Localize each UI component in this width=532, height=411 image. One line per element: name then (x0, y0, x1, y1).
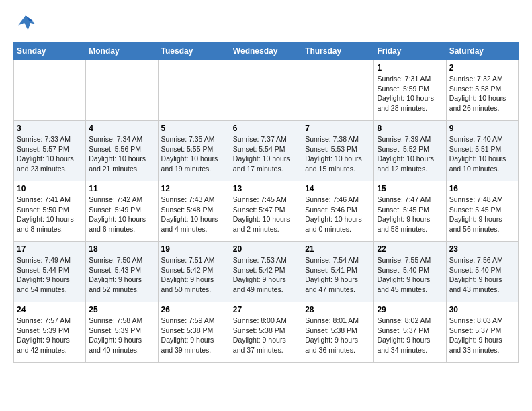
day-number: 28 (305, 305, 371, 314)
calendar-cell: 29Sunrise: 8:02 AM Sunset: 5:37 PM Dayli… (374, 302, 446, 363)
day-number: 5 (161, 124, 227, 133)
day-number: 6 (233, 124, 299, 133)
day-number: 17 (17, 244, 83, 254)
day-info: Sunrise: 7:41 AM Sunset: 5:50 PM Dayligh… (17, 195, 83, 234)
day-info: Sunrise: 7:34 AM Sunset: 5:56 PM Dayligh… (89, 134, 154, 174)
day-number: 23 (449, 244, 515, 254)
day-number: 12 (161, 184, 227, 193)
calendar-header-wednesday: Wednesday (230, 42, 302, 60)
calendar-cell: 30Sunrise: 8:03 AM Sunset: 5:37 PM Dayli… (446, 302, 518, 363)
day-number: 22 (377, 244, 443, 254)
calendar-table: SundayMondayTuesdayWednesdayThursdayFrid… (13, 42, 519, 363)
calendar-header-friday: Friday (374, 42, 446, 60)
day-info: Sunrise: 8:01 AM Sunset: 5:38 PM Dayligh… (305, 316, 371, 355)
day-number: 20 (233, 244, 299, 254)
calendar-cell: 23Sunrise: 7:56 AM Sunset: 5:40 PM Dayli… (446, 242, 518, 302)
day-number: 19 (161, 244, 227, 254)
calendar-cell (302, 60, 374, 121)
day-info: Sunrise: 7:32 AM Sunset: 5:58 PM Dayligh… (449, 74, 515, 113)
calendar-header-tuesday: Tuesday (158, 42, 230, 60)
calendar-cell (230, 60, 302, 121)
day-info: Sunrise: 7:57 AM Sunset: 5:39 PM Dayligh… (17, 316, 83, 355)
calendar-cell: 3Sunrise: 7:33 AM Sunset: 5:57 PM Daylig… (14, 121, 86, 181)
day-info: Sunrise: 7:51 AM Sunset: 5:42 PM Dayligh… (161, 255, 227, 295)
calendar-cell: 13Sunrise: 7:45 AM Sunset: 5:47 PM Dayli… (230, 181, 302, 242)
day-number: 27 (233, 305, 299, 314)
calendar-week-row: 10Sunrise: 7:41 AM Sunset: 5:50 PM Dayli… (14, 181, 519, 242)
day-number: 13 (233, 184, 299, 193)
day-number: 16 (449, 184, 515, 193)
day-info: Sunrise: 7:56 AM Sunset: 5:40 PM Dayligh… (449, 255, 515, 295)
day-info: Sunrise: 7:53 AM Sunset: 5:42 PM Dayligh… (233, 255, 299, 295)
calendar-cell: 22Sunrise: 7:55 AM Sunset: 5:40 PM Dayli… (374, 242, 446, 302)
calendar-week-row: 17Sunrise: 7:49 AM Sunset: 5:44 PM Dayli… (14, 242, 519, 302)
calendar-cell (158, 60, 230, 121)
calendar-cell: 15Sunrise: 7:47 AM Sunset: 5:45 PM Dayli… (374, 181, 446, 242)
logo-bird-icon (13, 11, 38, 35)
day-info: Sunrise: 8:00 AM Sunset: 5:38 PM Dayligh… (233, 316, 299, 355)
calendar-cell: 11Sunrise: 7:42 AM Sunset: 5:49 PM Dayli… (86, 181, 158, 242)
calendar-cell: 8Sunrise: 7:39 AM Sunset: 5:52 PM Daylig… (374, 121, 446, 181)
day-info: Sunrise: 8:03 AM Sunset: 5:37 PM Dayligh… (449, 316, 515, 355)
calendar-cell: 5Sunrise: 7:35 AM Sunset: 5:55 PM Daylig… (158, 121, 230, 181)
day-number: 4 (89, 124, 154, 133)
day-info: Sunrise: 7:37 AM Sunset: 5:54 PM Dayligh… (233, 134, 299, 174)
calendar-cell: 21Sunrise: 7:54 AM Sunset: 5:41 PM Dayli… (302, 242, 374, 302)
day-info: Sunrise: 7:33 AM Sunset: 5:57 PM Dayligh… (17, 134, 83, 174)
day-number: 10 (17, 184, 83, 193)
calendar-cell: 7Sunrise: 7:38 AM Sunset: 5:53 PM Daylig… (302, 121, 374, 181)
day-number: 24 (17, 305, 83, 314)
day-info: Sunrise: 7:50 AM Sunset: 5:43 PM Dayligh… (89, 255, 154, 295)
day-info: Sunrise: 7:35 AM Sunset: 5:55 PM Dayligh… (161, 134, 227, 174)
day-number: 25 (89, 305, 154, 314)
day-number: 15 (377, 184, 443, 193)
logo (13, 11, 42, 35)
calendar-cell: 28Sunrise: 8:01 AM Sunset: 5:38 PM Dayli… (302, 302, 374, 363)
page: SundayMondayTuesdayWednesdayThursdayFrid… (0, 0, 532, 373)
calendar-cell: 1Sunrise: 7:31 AM Sunset: 5:59 PM Daylig… (374, 60, 446, 121)
day-info: Sunrise: 7:45 AM Sunset: 5:47 PM Dayligh… (233, 195, 299, 234)
header (13, 11, 519, 35)
calendar-cell: 12Sunrise: 7:43 AM Sunset: 5:48 PM Dayli… (158, 181, 230, 242)
day-info: Sunrise: 7:40 AM Sunset: 5:51 PM Dayligh… (449, 134, 515, 174)
calendar-cell: 14Sunrise: 7:46 AM Sunset: 5:46 PM Dayli… (302, 181, 374, 242)
day-number: 21 (305, 244, 371, 254)
day-info: Sunrise: 7:39 AM Sunset: 5:52 PM Dayligh… (377, 134, 443, 174)
calendar-cell: 2Sunrise: 7:32 AM Sunset: 5:58 PM Daylig… (446, 60, 518, 121)
calendar-cell: 26Sunrise: 7:59 AM Sunset: 5:38 PM Dayli… (158, 302, 230, 363)
calendar-cell: 19Sunrise: 7:51 AM Sunset: 5:42 PM Dayli… (158, 242, 230, 302)
calendar-cell: 24Sunrise: 7:57 AM Sunset: 5:39 PM Dayli… (14, 302, 86, 363)
day-number: 7 (305, 124, 371, 133)
day-number: 3 (17, 124, 83, 133)
day-info: Sunrise: 7:43 AM Sunset: 5:48 PM Dayligh… (161, 195, 227, 234)
calendar-cell: 6Sunrise: 7:37 AM Sunset: 5:54 PM Daylig… (230, 121, 302, 181)
day-number: 8 (377, 124, 443, 133)
day-info: Sunrise: 7:55 AM Sunset: 5:40 PM Dayligh… (377, 255, 443, 295)
calendar-header-sunday: Sunday (14, 42, 86, 60)
calendar-cell: 4Sunrise: 7:34 AM Sunset: 5:56 PM Daylig… (86, 121, 158, 181)
day-number: 1 (377, 63, 443, 73)
calendar-cell: 25Sunrise: 7:58 AM Sunset: 5:39 PM Dayli… (86, 302, 158, 363)
calendar-header-row: SundayMondayTuesdayWednesdayThursdayFrid… (14, 42, 519, 60)
day-info: Sunrise: 7:49 AM Sunset: 5:44 PM Dayligh… (17, 255, 83, 295)
calendar-header-saturday: Saturday (446, 42, 518, 60)
calendar-cell (14, 60, 86, 121)
day-info: Sunrise: 7:59 AM Sunset: 5:38 PM Dayligh… (161, 316, 227, 355)
calendar-week-row: 3Sunrise: 7:33 AM Sunset: 5:57 PM Daylig… (14, 121, 519, 181)
day-number: 30 (449, 305, 515, 314)
day-number: 2 (449, 63, 515, 73)
day-number: 18 (89, 244, 154, 254)
day-info: Sunrise: 7:47 AM Sunset: 5:45 PM Dayligh… (377, 195, 443, 234)
svg-marker-0 (18, 15, 35, 30)
day-info: Sunrise: 7:31 AM Sunset: 5:59 PM Dayligh… (377, 74, 443, 113)
day-info: Sunrise: 7:38 AM Sunset: 5:53 PM Dayligh… (305, 134, 371, 174)
day-info: Sunrise: 7:48 AM Sunset: 5:45 PM Dayligh… (449, 195, 515, 234)
calendar-cell (86, 60, 158, 121)
day-info: Sunrise: 7:58 AM Sunset: 5:39 PM Dayligh… (89, 316, 154, 355)
day-info: Sunrise: 7:54 AM Sunset: 5:41 PM Dayligh… (305, 255, 371, 295)
calendar-week-row: 24Sunrise: 7:57 AM Sunset: 5:39 PM Dayli… (14, 302, 519, 363)
calendar-cell: 27Sunrise: 8:00 AM Sunset: 5:38 PM Dayli… (230, 302, 302, 363)
day-number: 11 (89, 184, 154, 193)
calendar-cell: 18Sunrise: 7:50 AM Sunset: 5:43 PM Dayli… (86, 242, 158, 302)
calendar-week-row: 1Sunrise: 7:31 AM Sunset: 5:59 PM Daylig… (14, 60, 519, 121)
